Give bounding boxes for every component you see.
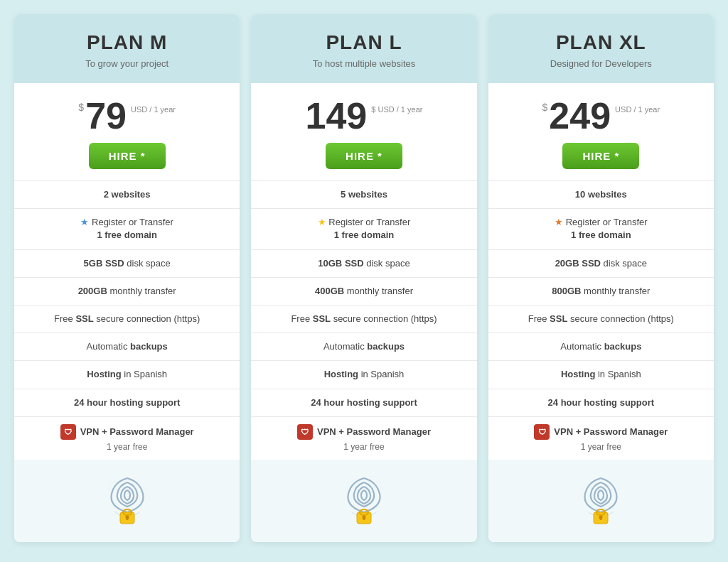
plan-xl-header: PLAN XL Designed for Developers [488,14,714,83]
plan-l-feature-5: Automatic backups [251,333,476,361]
plan-xl-fingerprint [488,460,714,542]
plan-xl-price-symbol: $ [542,102,548,113]
plan-xl-feature-6: Hosting in Spanish [488,361,714,389]
plan-m-feature-2: 5GB SSD disk space [14,250,240,278]
plan-m-feature-5: Automatic backups [14,333,240,361]
svg-rect-9 [363,517,365,520]
plan-m-price-suffix: USD / 1 year [131,104,176,115]
plan-l-price-suffix: $ USD / 1 year [371,104,422,115]
plan-l-feature-6: Hosting in Spanish [251,361,476,389]
plan-m-feature-6: Hosting in Spanish [14,361,240,389]
plan-l-feature-1: ★ Register or Transfer1 free domain [251,209,476,249]
plan-l-hire-button[interactable]: HIRE * [326,143,402,169]
plan-xl-feature-5: Automatic backups [488,333,714,361]
plan-l-fingerprint [251,460,476,542]
plan-l-feature-7: 24 hour hosting support [251,389,476,417]
plan-l-header: PLAN L To host multiple websites [251,14,476,83]
plan-xl-features-list: 10 websites★ Register or Transfer1 free … [488,181,714,460]
plan-m-fingerprint [14,460,240,542]
plan-l-features-list: 5 websites★ Register or Transfer1 free d… [251,181,476,460]
plan-m-feature-3: 200GB monthly transfer [14,278,240,306]
plan-m-feature-8: 🛡VPN + Password Manager1 year free [14,417,240,460]
plan-xl-feature-4: Free SSL secure connection (https) [488,306,714,333]
plan-m-subtitle: To grow your project [26,58,228,69]
plan-xl-feature-1: ★ Register or Transfer1 free domain [488,209,714,249]
plan-m-feature-0: 2 websites [14,181,240,209]
plan-m-feature-7: 24 hour hosting support [14,389,240,417]
plan-m-hire-button[interactable]: HIRE * [89,143,166,169]
plan-card-plan-m: PLAN M To grow your project $ 79 USD / 1… [14,14,240,542]
plan-m-price-symbol: $ [78,102,84,113]
plan-card-plan-l: PLAN L To host multiple websites 149 $ U… [251,14,476,542]
plan-m-features-list: 2 websites★ Register or Transfer1 free d… [14,181,240,460]
plan-xl-subtitle: Designed for Developers [500,58,702,69]
plan-l-feature-0: 5 websites [251,181,476,209]
plan-m-price-amount: 79 [85,97,127,134]
plan-xl-feature-2: 20GB SSD disk space [488,250,714,278]
plan-m-feature-4: Free SSL secure connection (https) [14,306,240,333]
plan-xl-feature-0: 10 websites [488,181,714,209]
svg-rect-4 [126,517,128,520]
plan-l-subtitle: To host multiple websites [262,58,465,69]
svg-rect-14 [600,517,602,520]
plan-l-feature-2: 10GB SSD disk space [251,250,476,278]
plan-xl-title: PLAN XL [500,31,702,54]
plans-container: PLAN M To grow your project $ 79 USD / 1… [14,14,714,542]
plan-l-price-amount: 149 [306,97,368,134]
plan-xl-hire-button[interactable]: HIRE * [562,143,639,169]
plan-xl-pricing: $ 249 USD / 1 year HIRE * [488,83,714,181]
plan-m-feature-1: ★ Register or Transfer1 free domain [14,209,240,249]
plan-xl-feature-8: 🛡VPN + Password Manager1 year free [488,417,714,460]
plan-m-pricing: $ 79 USD / 1 year HIRE * [14,83,240,181]
plan-m-title: PLAN M [26,31,228,54]
plan-xl-price-suffix: USD / 1 year [615,104,660,115]
plan-l-pricing: 149 $ USD / 1 year HIRE * [251,83,476,181]
plan-l-feature-4: Free SSL secure connection (https) [251,306,476,333]
plan-l-title: PLAN L [262,31,465,54]
plan-l-feature-3: 400GB monthly transfer [251,278,476,306]
plan-xl-price-amount: 249 [549,97,611,134]
plan-l-feature-8: 🛡VPN + Password Manager1 year free [251,417,476,460]
plan-card-plan-xl: PLAN XL Designed for Developers $ 249 US… [488,14,714,542]
plan-m-header: PLAN M To grow your project [14,14,240,83]
plan-xl-feature-3: 800GB monthly transfer [488,278,714,306]
plan-xl-feature-7: 24 hour hosting support [488,389,714,417]
